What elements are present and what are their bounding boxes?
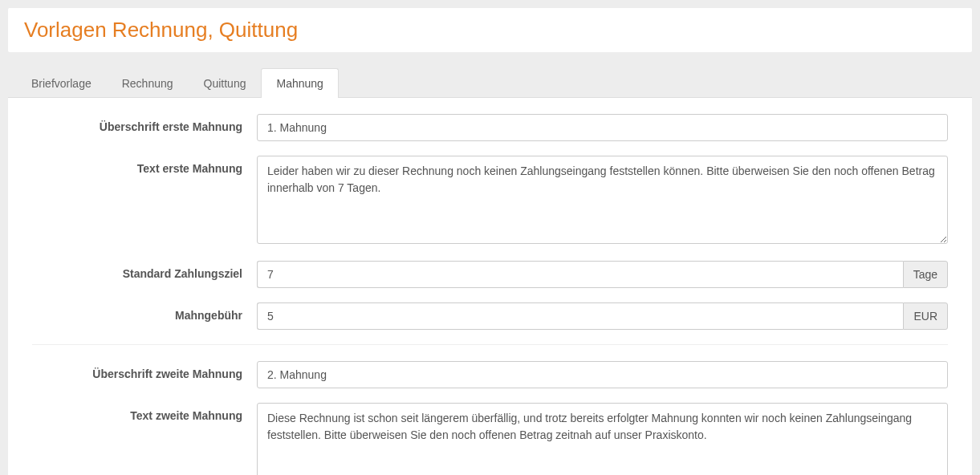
tab-content: Überschrift erste Mahnung Text erste Mah… xyxy=(8,97,972,475)
tab-rechnung[interactable]: Rechnung xyxy=(107,68,189,98)
input-payment-target[interactable] xyxy=(257,261,903,288)
tab-mahnung[interactable]: Mahnung xyxy=(261,68,338,98)
row-payment-target: Standard Zahlungsziel Tage xyxy=(8,261,972,288)
label-text1: Text erste Mahnung xyxy=(8,156,257,175)
label-text2: Text zweite Mahnung xyxy=(8,403,257,422)
row-heading1: Überschrift erste Mahnung xyxy=(8,114,972,141)
page-header: Vorlagen Rechnung, Quittung xyxy=(8,8,972,52)
addon-eur: EUR xyxy=(903,302,948,330)
page-title: Vorlagen Rechnung, Quittung xyxy=(24,18,956,43)
tabs-nav: Briefvorlage Rechnung Quittung Mahnung xyxy=(8,68,972,98)
row-fee: Mahngebühr EUR xyxy=(8,302,972,330)
label-heading2: Überschrift zweite Mahnung xyxy=(8,361,257,380)
textarea-text2[interactable] xyxy=(257,403,948,475)
section-divider xyxy=(32,344,948,345)
row-text2: Text zweite Mahnung xyxy=(8,403,972,475)
input-fee[interactable] xyxy=(257,302,903,330)
label-fee: Mahngebühr xyxy=(8,302,257,322)
textarea-text1[interactable] xyxy=(257,156,948,244)
input-heading2[interactable] xyxy=(257,361,948,388)
addon-days: Tage xyxy=(903,261,948,288)
label-heading1: Überschrift erste Mahnung xyxy=(8,114,257,133)
row-text1: Text erste Mahnung xyxy=(8,156,972,246)
input-heading1[interactable] xyxy=(257,114,948,141)
row-heading2: Überschrift zweite Mahnung xyxy=(8,361,972,388)
label-payment-target: Standard Zahlungsziel xyxy=(8,261,257,280)
tab-briefvorlage[interactable]: Briefvorlage xyxy=(16,68,107,98)
tab-quittung[interactable]: Quittung xyxy=(189,68,262,98)
